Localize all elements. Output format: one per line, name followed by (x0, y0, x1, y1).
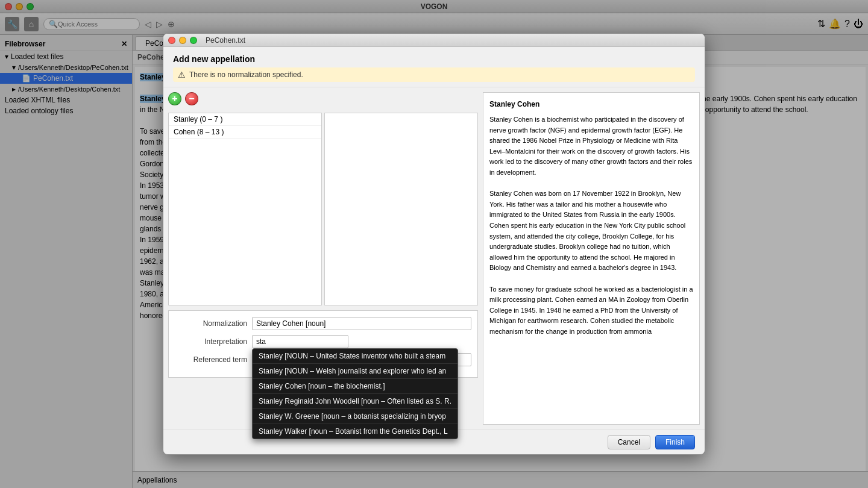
interpretation-input[interactable] (252, 335, 348, 348)
normalization-input[interactable] (252, 317, 471, 330)
modal-left-panel: + − Stanley (0 – 7 ) Cohen (8 – 13 ) Nor… (168, 92, 478, 425)
interpretation-row: Interpretation Stanley [NOUN – United St… (175, 335, 471, 348)
relations-pane (324, 113, 478, 305)
modal-dialog: PeCohen.txt Add new appellation ⚠ There … (163, 33, 705, 455)
modal-title: Add new appellation (173, 54, 695, 64)
token-item-stanley[interactable]: Stanley (0 – 7 ) (169, 113, 321, 126)
dropdown-item-0[interactable]: Stanley [NOUN – United States inventor w… (253, 349, 458, 364)
dropdown-item-3[interactable]: Stanley Reginald John Woodell [noun – Of… (253, 394, 458, 409)
modal-minimize-button[interactable] (179, 37, 186, 44)
cancel-button[interactable]: Cancel (608, 435, 650, 449)
form-section: Normalization Interpretation Stanley [NO… (168, 310, 478, 378)
referenced-term-label: Referenced term (175, 355, 247, 364)
tokens-pane: Stanley (0 – 7 ) Cohen (8 – 13 ) (168, 113, 322, 305)
add-button[interactable]: + (168, 92, 181, 105)
normalization-row: Normalization (175, 317, 471, 330)
modal-right-content: Stanley Cohen is a biochemist who partic… (489, 114, 693, 337)
split-pane: Stanley (0 – 7 ) Cohen (8 – 13 ) (168, 113, 478, 305)
dropdown-item-5[interactable]: Stanley Walker [noun – Botanist from the… (253, 424, 458, 439)
dropdown-item-1[interactable]: Stanley [NOUN – Welsh journalist and exp… (253, 364, 458, 379)
modal-titlebar: PeCohen.txt (163, 34, 705, 47)
modal-right-panel: Stanley Cohen Stanley Cohen is a biochem… (483, 92, 700, 425)
warning-icon: ⚠ (178, 70, 186, 80)
modal-warning: ⚠ There is no normalization specified. (173, 67, 695, 82)
dropdown-item-4[interactable]: Stanley W. Greene [noun – a botanist spe… (253, 409, 458, 424)
modal-overlay: PeCohen.txt Add new appellation ⚠ There … (0, 0, 868, 488)
dropdown-item-2[interactable]: Stanley Cohen [noun – the biochemist.] (253, 379, 458, 394)
modal-close-button[interactable] (168, 37, 175, 44)
modal-header: Add new appellation ⚠ There is no normal… (163, 47, 705, 87)
modal-maximize-button[interactable] (190, 37, 197, 44)
token-item-cohen[interactable]: Cohen (8 – 13 ) (169, 126, 321, 139)
interpretation-dropdown: Stanley [NOUN – United States inventor w… (252, 348, 458, 439)
modal-toolbar: + − (168, 92, 478, 105)
remove-button[interactable]: − (185, 92, 198, 105)
normalization-label: Normalization (175, 319, 247, 328)
modal-right-title: Stanley Cohen (489, 99, 693, 110)
warning-text: There is no normalization specified. (189, 70, 303, 79)
modal-tab-label: PeCohen.txt (206, 36, 245, 45)
interpretation-label: Interpretation (175, 337, 247, 346)
finish-button[interactable]: Finish (655, 435, 695, 449)
modal-body: + − Stanley (0 – 7 ) Cohen (8 – 13 ) Nor… (163, 87, 705, 430)
